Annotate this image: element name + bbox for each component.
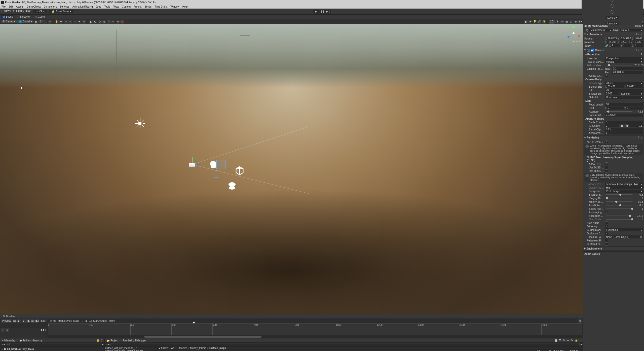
- speed-rejection-slider[interactable]: [606, 208, 632, 209]
- handle-space-dropdown[interactable]: 🌐 Global ▾: [17, 20, 33, 23]
- camera-header[interactable]: 📷 Camera ?⎌⋮: [583, 48, 644, 52]
- grid-size-input[interactable]: 1: [39, 20, 43, 23]
- snap-toggle-icon[interactable]: ⸬: [43, 20, 47, 24]
- menu-tools[interactable]: Tools: [104, 5, 110, 8]
- tag-dropdown[interactable]: MainCamera▾: [589, 29, 612, 31]
- menu-timeghost[interactable]: Time Ghost: [155, 5, 167, 8]
- shift-y-field[interactable]: 0: [626, 107, 643, 110]
- package-gizmo-a[interactable]: [234, 165, 245, 176]
- sharpening-mode-dropdown[interactable]: Post Sharpen▾: [605, 190, 643, 193]
- rot-y-field[interactable]: -129.046: [620, 41, 630, 44]
- rot-z-field[interactable]: -1.126: [633, 41, 643, 44]
- toolD-icon[interactable]: ◎: [102, 20, 106, 24]
- barrel-field[interactable]: 0.25: [605, 128, 643, 131]
- tab-entities-hierarchy[interactable]: ⬢ Entities Hierarchy: [19, 339, 43, 342]
- timeline-track-header[interactable]: ＋ ✎ ◆ ▮ ▯: [0, 328, 48, 338]
- timeline-ruler[interactable]: 0 150 300 450 600 750 900 1050 1200 1350…: [48, 323, 582, 338]
- camera-help-icon[interactable]: ?: [635, 49, 637, 52]
- culling-mask-dropdown[interactable]: Everything▾: [605, 228, 643, 231]
- dithering-toggle[interactable]: [605, 225, 608, 228]
- reflection-probe-gizmo-b[interactable]: [214, 170, 219, 178]
- pause-button[interactable]: ❚❚: [319, 10, 325, 14]
- timeline-asset-name[interactable]: ⏱ 03_StartJourney_Main_TL (TL_03_StartJo…: [50, 320, 115, 322]
- hand-tool-icon[interactable]: ✋: [55, 20, 59, 24]
- scale-z-field[interactable]: 1: [634, 44, 643, 47]
- timeline-settings-icon[interactable]: ⚙: [578, 319, 582, 323]
- menu-assets[interactable]: Assets: [16, 5, 23, 8]
- pos-z-field[interactable]: 140.47: [634, 37, 643, 40]
- anam-field[interactable]: 1: [605, 131, 643, 134]
- pos-x-field[interactable]: 26.0539: [607, 37, 617, 40]
- reflection-probe-gizmo-a[interactable]: [216, 160, 225, 169]
- toolF-icon[interactable]: ✧: [111, 20, 115, 24]
- exposure-target-field[interactable]: None (Game Object)⊙: [605, 235, 643, 238]
- back-icon[interactable]: ◂: [159, 347, 160, 349]
- transform-header[interactable]: ⤧ Transform ?⎌⋮: [583, 32, 644, 36]
- lock-icon[interactable]: 🔒: [575, 339, 578, 342]
- tab-rendering-debugger[interactable]: Rendering Debugger: [122, 339, 147, 342]
- step-button[interactable]: ▶❙: [325, 10, 331, 14]
- rendering-header[interactable]: Rendering ?⋮: [583, 135, 644, 139]
- tab-hierarchy[interactable]: ≡ Hierarchy: [1, 339, 16, 342]
- timeline-next-frame[interactable]: ❙▶: [26, 319, 30, 323]
- play-button[interactable]: ▶: [313, 10, 319, 14]
- allow-dlss-toggle[interactable]: [605, 162, 608, 165]
- hierarchy-lock-icon[interactable]: 🔒: [96, 339, 99, 342]
- gatefit-dropdown[interactable]: Horizontal▾: [605, 96, 643, 99]
- menu-project[interactable]: Project: [134, 5, 141, 8]
- create-icon[interactable]: ＋▾: [1, 343, 5, 346]
- menu-file[interactable]: File: [2, 5, 6, 8]
- toolG-icon[interactable]: ⊕: [116, 20, 120, 24]
- iso-field[interactable]: 200: [605, 89, 643, 92]
- menu-services[interactable]: Services: [60, 5, 69, 8]
- search-dropdown-icon[interactable]: ▾: [102, 343, 103, 346]
- shift-x-field[interactable]: 0: [607, 107, 624, 110]
- baseblend-slider[interactable]: [606, 216, 632, 216]
- toolH-icon[interactable]: 🐞: [120, 20, 124, 24]
- menu-window[interactable]: Window: [170, 5, 179, 8]
- stop-nans-toggle[interactable]: [605, 221, 608, 224]
- camera-enabled-checkbox[interactable]: [591, 49, 594, 52]
- main-menu-bar[interactable]: File Edit Assets GameObject Component Se…: [0, 5, 644, 9]
- project-asset-a[interactable]: surface_ast_dirt_rockside_01: [105, 347, 157, 349]
- layout-dropdown[interactable]: Layout ▾: [605, 22, 619, 25]
- timeline-range-icon[interactable]: [▶]: [35, 319, 39, 323]
- slider-icon[interactable]: —●—: [567, 339, 570, 342]
- timeline-play[interactable]: ▶: [22, 319, 26, 323]
- marker-icon-c[interactable]: ▯: [45, 328, 47, 332]
- proj-opts-icon[interactable]: ⋮: [579, 339, 582, 342]
- timeline-opts-icon[interactable]: ⋮: [580, 315, 582, 318]
- rect-tool-icon[interactable]: ▭: [73, 20, 77, 24]
- menu-component[interactable]: Component: [44, 5, 57, 8]
- camera-preset-icon[interactable]: ⎌: [638, 49, 639, 52]
- scale-y-field[interactable]: 1: [623, 44, 631, 47]
- move-tool-icon[interactable]: ✥: [59, 20, 63, 24]
- search-mode-icon[interactable]: ▾: [581, 343, 582, 346]
- camera-menu-icon[interactable]: ⋮: [640, 49, 643, 52]
- marker-icon-b[interactable]: ▮: [43, 328, 45, 332]
- tab-timeline[interactable]: ⏱ Timeline: [1, 315, 17, 318]
- fov-field[interactable]: 25.9185: [634, 64, 643, 67]
- tab-game[interactable]: Game: [33, 15, 46, 18]
- timeline-frame-field[interactable]: 533: [40, 320, 47, 322]
- rendering-menu-icon[interactable]: ⋮: [640, 136, 643, 139]
- rotate-tool-icon[interactable]: ↻: [64, 20, 68, 24]
- undo-history-icon[interactable]: [611, 0, 614, 2]
- directional-light-gizmo[interactable]: [136, 119, 144, 127]
- scene-viewport[interactable]: ◂ Persp: [0, 24, 583, 314]
- custom-tool-icon[interactable]: ⚙: [82, 20, 86, 24]
- tab-project[interactable]: 📁 Project: [106, 339, 119, 342]
- transform-tool-icon[interactable]: ✦: [77, 20, 81, 24]
- pivot-mode-dropdown[interactable]: ⦿ Center ▾: [1, 20, 17, 23]
- near-clip-field[interactable]: 0.1: [612, 67, 643, 70]
- asset-labels-header[interactable]: Asset Labels: [583, 252, 644, 256]
- menu-jobs[interactable]: Jobs: [96, 5, 101, 8]
- sharpen-slider[interactable]: [606, 194, 632, 195]
- menu-icon[interactable]: ⋮: [640, 33, 643, 36]
- audio-toggle-icon[interactable]: 🔊: [537, 20, 541, 24]
- menu-gameobject[interactable]: GameObject: [26, 5, 41, 8]
- rot-x-field[interactable]: -18.306: [607, 41, 617, 44]
- project-breadcrumb[interactable]: ◂ Assets› Art› Tileables› Muddy_terrain›…: [158, 347, 583, 350]
- fov-slider[interactable]: [606, 65, 632, 65]
- ringing-slider[interactable]: [606, 198, 632, 198]
